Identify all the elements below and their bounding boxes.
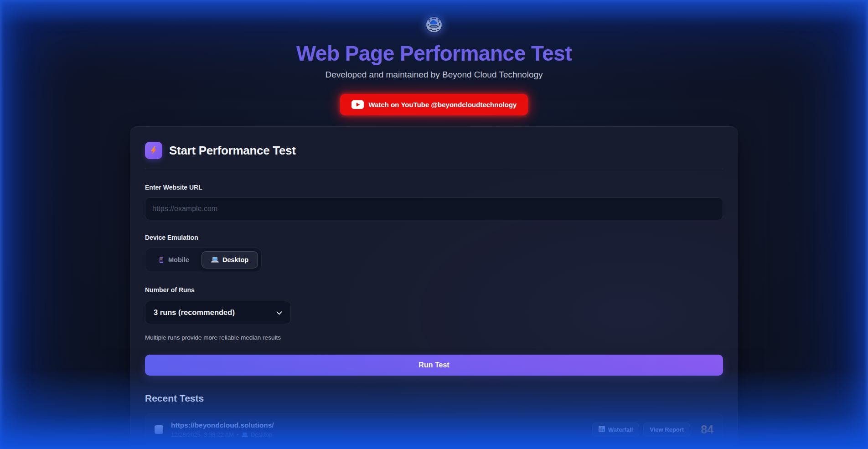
youtube-play-icon: [351, 100, 364, 109]
waterfall-button-label: Waterfall: [608, 426, 633, 433]
test-url: https://beyondcloud.solutions/: [171, 421, 592, 429]
youtube-button-label: Watch on YouTube @beyondcloudtechnology: [369, 101, 517, 108]
device-label: Device Emulation: [145, 234, 723, 241]
view-report-button[interactable]: View Report: [643, 423, 690, 437]
url-label: Enter Website URL: [145, 184, 723, 191]
card-heading: Start Performance Test: [169, 144, 296, 158]
recent-tests-heading: Recent Tests: [145, 393, 723, 404]
laptop-icon: [242, 432, 248, 438]
runs-select[interactable]: 3 runs (recommended): [145, 301, 291, 324]
runs-hint: Multiple runs provide more reliable medi…: [145, 334, 723, 341]
device-option-mobile[interactable]: Mobile: [149, 251, 199, 268]
runs-field-group: Number of Runs 3 runs (recommended) Mult…: [145, 286, 723, 341]
test-actions: Waterfall View Report 84: [592, 423, 713, 437]
lightning-icon: [145, 142, 162, 159]
runs-select-value: 3 runs (recommended): [154, 308, 235, 317]
test-device: Desktop: [251, 431, 273, 438]
laptop-icon: [211, 257, 219, 263]
smartphone-icon: [158, 257, 165, 263]
waterfall-button[interactable]: Waterfall: [592, 423, 639, 437]
device-option-desktop-label: Desktop: [222, 256, 248, 263]
card-divider: [145, 169, 723, 169]
run-test-button[interactable]: Run Test: [145, 355, 723, 376]
meta-separator: •: [237, 431, 239, 438]
page-title: Web Page Performance Test: [0, 41, 868, 66]
runs-label: Number of Runs: [145, 286, 723, 294]
test-card: Start Performance Test Enter Website URL…: [130, 126, 738, 449]
test-row-checkbox[interactable]: [155, 425, 163, 434]
url-input[interactable]: [145, 197, 723, 220]
hero-section: Web Page Performance Test Developed and …: [0, 0, 868, 115]
performance-score: 84: [701, 423, 713, 436]
device-toggle-group: Mobile: [145, 248, 262, 272]
site-logo-icon: [426, 16, 442, 33]
test-info: https://beyondcloud.solutions/ 12/28/202…: [171, 421, 592, 438]
test-timestamp: 12/28/2025, 3:38:22 AM: [171, 431, 234, 438]
view-report-button-label: View Report: [650, 426, 684, 433]
bar-chart-icon: [599, 426, 605, 434]
device-option-mobile-label: Mobile: [168, 256, 189, 263]
device-field-group: Device Emulation: [145, 234, 723, 272]
page-subtitle: Developed and maintained by Beyond Cloud…: [0, 70, 868, 80]
chevron-down-icon: [276, 309, 282, 317]
url-field-group: Enter Website URL: [145, 184, 723, 220]
page-root: Web Page Performance Test Developed and …: [0, 0, 868, 449]
youtube-button[interactable]: Watch on YouTube @beyondcloudtechnology: [340, 94, 528, 115]
recent-test-row: https://beyondcloud.solutions/ 12/28/202…: [145, 413, 723, 446]
device-option-desktop[interactable]: Desktop: [202, 251, 258, 268]
test-meta: 12/28/2025, 3:38:22 AM • Desktop: [171, 431, 592, 438]
card-header: Start Performance Test: [145, 142, 723, 159]
